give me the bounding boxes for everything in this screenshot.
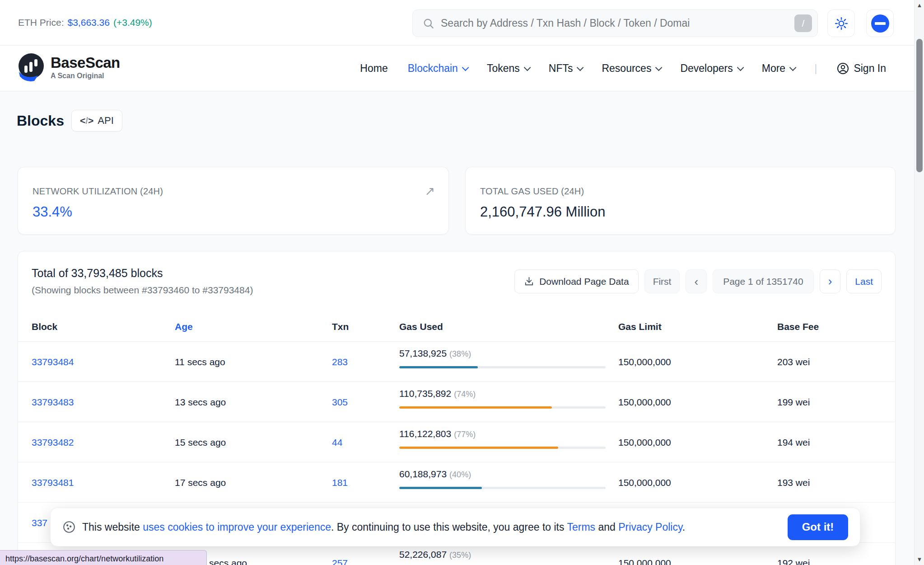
total-blocks-text: Total of 33,793,485 blocks — [32, 267, 163, 280]
nav-label-tokens: Tokens — [487, 62, 520, 75]
total-gas-used-label: TOTAL GAS USED (24H) — [480, 186, 879, 197]
cookie-banner-text: This website uses cookies to improve you… — [82, 521, 685, 533]
age-cell: 17 secs ago — [175, 462, 226, 503]
chevron-down-icon — [524, 64, 531, 71]
page-head: Blocks </> API — [17, 110, 122, 132]
nav-item-home[interactable]: Home — [360, 62, 387, 75]
pagination-prev-button[interactable]: ‹ — [686, 269, 707, 293]
download-label: Download Page Data — [539, 276, 629, 287]
base-network-button[interactable] — [866, 9, 894, 37]
txn-count-link[interactable]: 257 — [332, 558, 348, 565]
api-button[interactable]: </> API — [71, 110, 122, 132]
gas-used-percent: (35%) — [449, 551, 471, 560]
eth-price-label: ETH Price: — [18, 17, 64, 28]
chevron-down-icon — [789, 64, 797, 71]
gas-used-cell: 110,735,892(74%) — [399, 388, 606, 409]
gas-used-percent: (38%) — [449, 349, 471, 358]
search-input[interactable] — [441, 17, 794, 29]
nav-item-developers[interactable]: Developers — [680, 62, 742, 75]
nav-items: Home Blockchain Tokens NFTs Resources De… — [360, 46, 886, 91]
nav-label-more: More — [762, 62, 785, 75]
gas-limit-cell: 150,000,000 — [618, 422, 671, 462]
header-base-fee: Base Fee — [777, 312, 819, 341]
theme-toggle-button[interactable] — [827, 9, 855, 37]
table-row: 33793481 17 secs ago 181 60,188,973(40%)… — [18, 462, 895, 503]
block-number-link[interactable]: 33793483 — [32, 397, 74, 408]
privacy-policy-link[interactable]: Privacy Policy — [618, 521, 682, 533]
cookie-consent-banner: This website uses cookies to improve you… — [50, 508, 860, 546]
network-utilization-value: 33.4% — [33, 204, 432, 220]
pagination-page-indicator: Page 1 of 1351740 — [713, 269, 814, 293]
base-fee-cell: 194 wei — [777, 422, 810, 462]
download-page-data-button[interactable]: Download Page Data — [514, 269, 638, 293]
txn-count-link[interactable]: 44 — [332, 437, 342, 448]
block-number-link[interactable]: 33793484 — [32, 357, 74, 367]
table-row: 33793483 13 secs ago 305 110,735,892(74%… — [18, 382, 895, 422]
gas-used-progress-bar — [399, 487, 606, 489]
external-link-arrow-icon[interactable]: ↗ — [425, 185, 435, 198]
eth-price-value[interactable]: $3,663.36 — [68, 17, 110, 28]
main-navigation: BaseScan A Scan Original Home Blockchain… — [0, 46, 924, 91]
chevron-down-icon — [577, 64, 584, 71]
gas-used-percent: (40%) — [449, 470, 471, 479]
table-row: 33793482 15 secs ago 44 116,122,803(77%)… — [18, 422, 895, 462]
basescan-logo-icon — [18, 52, 44, 82]
header-age[interactable]: Age — [175, 312, 193, 341]
brand-name: BaseScan — [51, 54, 120, 71]
nav-item-blockchain[interactable]: Blockchain — [408, 62, 467, 75]
api-button-label: API — [98, 115, 113, 127]
got-it-button[interactable]: Got it! — [788, 514, 848, 540]
basescan-logo[interactable]: BaseScan A Scan Original — [18, 52, 120, 82]
vertical-scrollbar[interactable]: ▲ ▼ — [914, 0, 924, 565]
gas-used-value: 52,226,087 — [399, 549, 447, 560]
gas-used-value: 116,122,803 — [399, 428, 451, 439]
block-number-link[interactable]: 33793482 — [32, 437, 74, 448]
nav-item-nfts[interactable]: NFTs — [549, 62, 582, 75]
gas-used-value: 57,138,925 — [399, 348, 447, 358]
nav-item-tokens[interactable]: Tokens — [487, 62, 529, 75]
txn-count-link[interactable]: 305 — [332, 397, 348, 408]
sign-in-button[interactable]: Sign In — [837, 62, 886, 75]
gas-used-value: 110,735,892 — [399, 388, 451, 399]
scroll-up-arrow[interactable]: ▲ — [915, 0, 924, 11]
gas-used-progress-bar — [399, 406, 606, 409]
nav-item-more[interactable]: More — [762, 62, 794, 75]
nav-item-resources[interactable]: Resources — [602, 62, 660, 75]
sun-icon — [835, 17, 848, 30]
scrollbar-thumb[interactable] — [916, 39, 923, 172]
txn-count-link[interactable]: 181 — [332, 477, 348, 488]
nav-divider: | — [814, 62, 817, 75]
gas-used-cell: 52,226,087(35%) — [399, 549, 606, 565]
brand-subtitle: A Scan Original — [51, 72, 120, 80]
page-title: Blocks — [17, 113, 64, 129]
chevron-down-icon — [462, 64, 469, 71]
pagination-next-button[interactable]: › — [820, 269, 841, 293]
pagination-last-button[interactable]: Last — [846, 269, 882, 293]
base-fee-cell: 193 wei — [777, 462, 810, 503]
cookie-icon — [62, 520, 76, 534]
terms-link[interactable]: Terms — [567, 521, 595, 533]
code-icon: </> — [80, 115, 93, 126]
nav-label-developers: Developers — [680, 62, 733, 75]
network-utilization-label: NETWORK UTILIZATION (24H) — [33, 186, 432, 197]
table-row: 33793484 11 secs ago 283 57,138,925(38%)… — [18, 342, 895, 382]
gas-used-percent: (74%) — [454, 390, 476, 399]
gas-used-cell: 57,138,925(38%) — [399, 348, 606, 368]
nav-label-resources: Resources — [602, 62, 651, 75]
download-icon — [524, 276, 534, 287]
cookies-info-link[interactable]: uses cookies to improve your experience — [143, 521, 331, 533]
eth-price-change: (+3.49%) — [113, 17, 152, 28]
header-gas-limit: Gas Limit — [618, 312, 662, 341]
txn-count-link[interactable]: 283 — [332, 357, 348, 367]
search-icon — [423, 18, 434, 29]
gas-limit-cell: 150,000,000 — [618, 342, 671, 382]
total-gas-used-value: 2,160,747.96 Million — [480, 204, 879, 220]
scroll-down-arrow[interactable]: ▼ — [915, 554, 924, 565]
search-bar[interactable]: / — [412, 9, 818, 37]
block-number-link[interactable]: 337 — [32, 518, 47, 528]
pagination-first-button[interactable]: First — [644, 269, 680, 293]
nav-label-blockchain: Blockchain — [408, 62, 458, 75]
block-number-link[interactable]: 33793481 — [32, 477, 74, 488]
base-fee-cell: 203 wei — [777, 342, 810, 382]
age-cell: 11 secs ago — [175, 342, 225, 382]
